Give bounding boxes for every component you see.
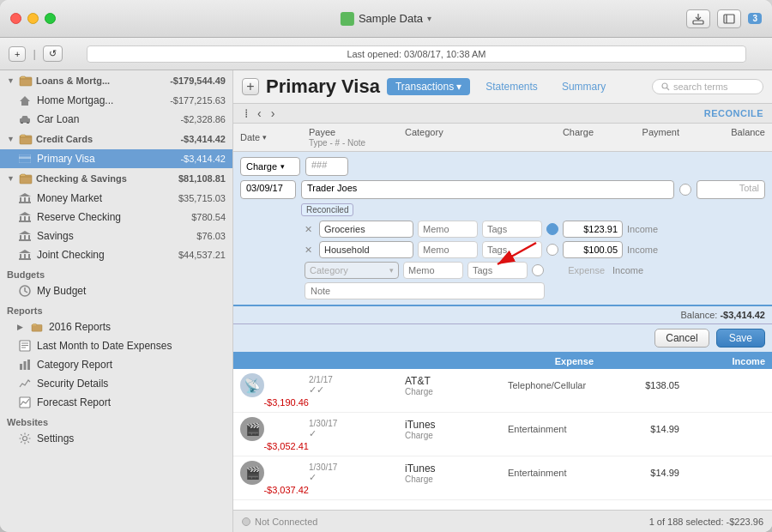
split-radio-groceries[interactable] <box>546 223 558 235</box>
maximize-button[interactable] <box>45 13 56 24</box>
minimize-button[interactable] <box>27 13 39 24</box>
refresh-button[interactable]: ↺ <box>43 45 63 62</box>
sidebar-item-savings[interactable]: Savings $76.03 <box>0 227 232 245</box>
tx-payee-name-1: AT&T Charge <box>405 375 508 396</box>
category-memo-field[interactable] <box>403 262 463 279</box>
sidebar-item-my-budget[interactable]: My Budget <box>0 281 232 300</box>
svg-rect-19 <box>20 216 21 221</box>
sidebar-item-reserve-checking[interactable]: Reserve Checking $780.54 <box>0 208 232 227</box>
table-row[interactable]: 🎬 1/30/17 ✓ iTunes Charge Entertainment … <box>233 456 772 500</box>
tx-date-text-3: 1/30/17 <box>309 462 337 472</box>
save-button[interactable]: Save <box>716 329 765 348</box>
nav-forward-button[interactable]: › <box>268 106 278 120</box>
account-header: + Primary Visa Transactions ▾ Statements… <box>233 70 772 104</box>
split-category-household[interactable] <box>319 241 413 258</box>
note-field[interactable] <box>305 282 545 299</box>
budgets-section: Budgets <box>0 264 232 281</box>
sidebar-item-last-month[interactable]: Last Month to Date Expenses <box>0 336 232 355</box>
car-icon <box>17 112 33 126</box>
transaction-table: Charge ▾ ### 03/09/17 Trader Joes Total <box>233 152 772 510</box>
tx-cat-3: Entertainment <box>508 468 594 478</box>
column-headers: Date ▾ Payee Type - # - Note Category Ch… <box>233 124 772 152</box>
notification-badge: 3 <box>748 13 762 24</box>
sidebar-item-joint-checking[interactable]: Joint Checking $44,537.21 <box>0 245 232 264</box>
sidebar-item-forecast-report[interactable]: Forecast Report <box>0 393 232 412</box>
tx-payee-name-2: iTunes Charge <box>405 419 508 440</box>
table-row[interactable]: 📡 2/1/17 ✓✓ AT&T Charge Telephone/Cellul… <box>233 369 772 413</box>
tab-statements[interactable]: Statements <box>477 78 546 95</box>
svg-rect-12 <box>20 175 32 184</box>
account-title: Primary Visa <box>266 76 380 98</box>
cancel-button[interactable]: Cancel <box>654 329 709 348</box>
split-memo-groceries[interactable] <box>418 221 478 238</box>
svg-rect-17 <box>19 202 31 203</box>
search-placeholder: search terms <box>673 82 728 92</box>
title-chevron-icon[interactable]: ▾ <box>427 14 431 23</box>
split-remove-household[interactable]: ✕ <box>305 245 315 256</box>
add-button[interactable]: + <box>9 46 26 62</box>
split-category-groceries[interactable] <box>319 221 413 238</box>
payee-field[interactable]: Trader Joes <box>301 180 674 199</box>
split-tags-groceries[interactable] <box>482 221 542 238</box>
sidebar-item-settings[interactable]: Settings <box>0 429 232 448</box>
charge-label: Charge <box>246 161 277 172</box>
sidebar-group-loans[interactable]: ▼ Loans & Mortg... -$179,544.49 <box>0 70 232 91</box>
search-box[interactable]: search terms <box>652 79 763 94</box>
svg-rect-4 <box>20 77 32 86</box>
sidebar: ▼ Loans & Mortg... -$179,544.49 Home Mor… <box>0 70 233 532</box>
category-select[interactable]: Category ▾ <box>305 262 399 279</box>
svg-rect-31 <box>28 254 30 258</box>
money-market-amount: $35,715.03 <box>178 193 226 203</box>
sidebar-item-primary-visa[interactable]: Primary Visa -$3,414.42 <box>0 149 232 168</box>
svg-rect-41 <box>27 360 30 370</box>
home-mortgage-label: Home Mortgag... <box>37 94 170 106</box>
split-amount-household[interactable] <box>563 241 623 258</box>
close-button[interactable] <box>10 13 21 24</box>
category-tags-field[interactable] <box>467 262 528 279</box>
reconcile-button[interactable]: RECONCILE <box>704 108 763 118</box>
tx-payee-name-3: iTunes Charge <box>405 462 508 484</box>
split-radio-household[interactable] <box>546 244 558 256</box>
payee-radio[interactable] <box>679 184 691 196</box>
money-market-label: Money Market <box>37 192 178 204</box>
sidebar-group-checking[interactable]: ▼ Checking & Savings $81,108.81 <box>0 168 232 189</box>
svg-rect-9 <box>20 136 32 144</box>
income-header: Income <box>679 356 765 366</box>
category-radio[interactable] <box>532 264 544 276</box>
tab-summary[interactable]: Summary <box>553 78 614 95</box>
savings-label: Savings <box>37 230 196 242</box>
table-row[interactable]: 🎬 1/30/17 ✓ iTunes Charge Entertainment … <box>233 413 772 456</box>
export-button[interactable] <box>686 9 710 28</box>
total-amount-field[interactable]: Total <box>697 180 765 199</box>
entry-form-row2: 03/09/17 Trader Joes Total <box>240 180 765 199</box>
sidebar-item-home-mortgage[interactable]: Home Mortgag... -$177,215.63 <box>0 91 232 110</box>
sidebar-group-credit-cards[interactable]: ▼ Credit Cards -$3,414.42 <box>0 129 232 149</box>
transaction-type-select[interactable]: Charge ▾ <box>240 157 300 176</box>
nav-back-button[interactable]: ‹ <box>255 106 264 120</box>
tab-transactions[interactable]: Transactions ▾ <box>387 78 470 95</box>
app-icon <box>341 12 354 26</box>
check-number-field[interactable]: ### <box>305 157 348 176</box>
sidebar-item-money-market[interactable]: Money Market $35,715.03 <box>0 189 232 208</box>
svg-rect-16 <box>28 197 30 202</box>
balance-value: -$3,414.42 <box>720 310 765 320</box>
split-memo-household[interactable] <box>418 241 478 258</box>
tx-check-3: ✓ <box>309 472 337 483</box>
sidebar-item-car-loan[interactable]: Car Loan -$2,328.86 <box>0 110 232 129</box>
joint-checking-amount: $44,537.21 <box>178 250 226 260</box>
new-transaction-button[interactable]: + <box>242 78 259 95</box>
expense-label-cell: Expense <box>548 265 608 275</box>
split-amount-groceries[interactable] <box>563 221 623 238</box>
split-tags-household[interactable] <box>482 241 542 258</box>
sidebar-item-security-details[interactable]: Security Details <box>0 374 232 393</box>
cat-dropdown-icon: ▾ <box>389 266 394 275</box>
selection-status: 1 of 188 selected: -$223.96 <box>649 517 763 527</box>
date-field[interactable]: 03/09/17 <box>240 180 296 199</box>
sync-button[interactable] <box>717 9 741 28</box>
split-remove-groceries[interactable]: ✕ <box>305 224 315 235</box>
sidebar-item-2016-reports[interactable]: ▶ 2016 Reports <box>0 317 232 336</box>
sidebar-item-category-report[interactable]: Category Report <box>0 355 232 374</box>
content-area: + Primary Visa Transactions ▾ Statements… <box>233 70 772 532</box>
tx-icon-3: 🎬 <box>240 461 264 485</box>
connection-dot <box>242 517 250 526</box>
